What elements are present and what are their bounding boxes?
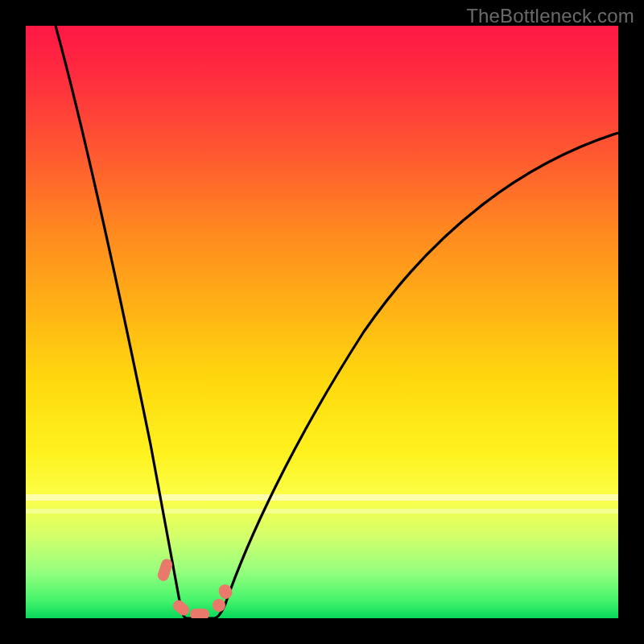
svg-rect-1 bbox=[171, 598, 192, 618]
curve-svg bbox=[26, 26, 618, 618]
bottleneck-curve bbox=[56, 26, 618, 618]
watermark: TheBottleneck.com bbox=[466, 5, 634, 27]
svg-rect-0 bbox=[156, 558, 174, 583]
plot-area bbox=[26, 26, 618, 618]
svg-rect-2 bbox=[190, 609, 209, 618]
highlight-segments bbox=[156, 558, 234, 618]
svg-rect-3 bbox=[213, 599, 225, 612]
outer-frame: TheBottleneck.com bbox=[0, 0, 644, 644]
